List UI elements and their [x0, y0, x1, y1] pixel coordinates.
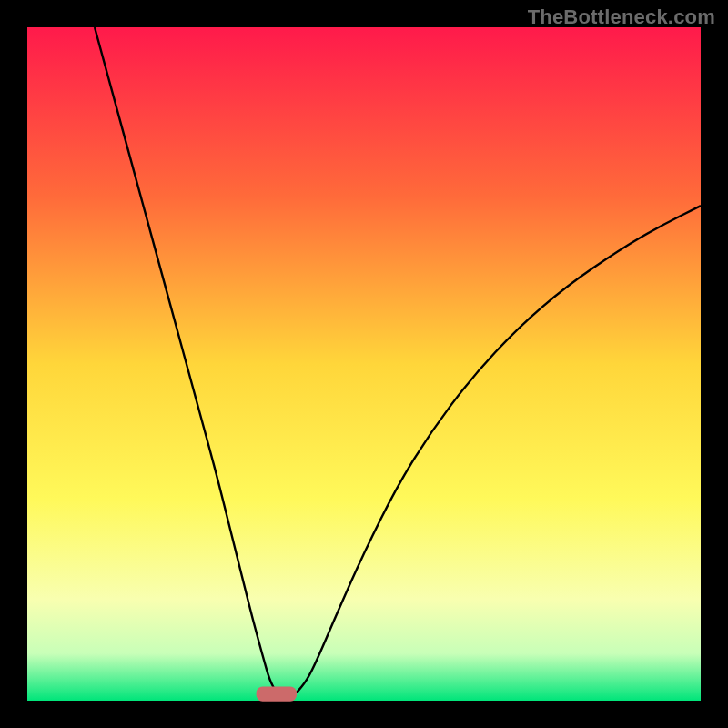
- optimal-marker: [257, 686, 297, 701]
- chart-background: [27, 27, 701, 701]
- bottleneck-chart: [0, 0, 728, 728]
- watermark-label: TheBottleneck.com: [528, 5, 715, 29]
- chart-outer-frame: TheBottleneck.com: [0, 0, 728, 728]
